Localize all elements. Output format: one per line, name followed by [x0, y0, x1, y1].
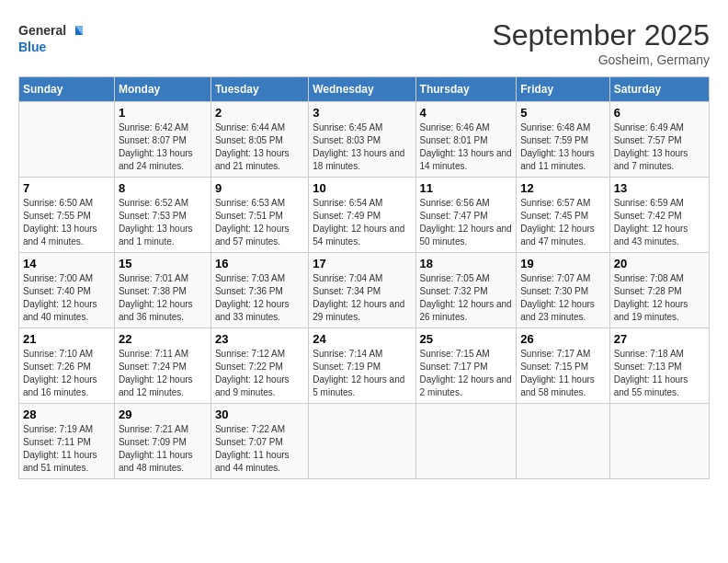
day-number: 9 [215, 181, 304, 195]
calendar-cell: 14Sunrise: 7:00 AMSunset: 7:40 PMDayligh… [19, 253, 115, 328]
day-number: 18 [420, 257, 513, 270]
day-info: Sunrise: 6:50 AMSunset: 7:55 PMDaylight:… [23, 197, 110, 248]
calendar-cell: 9Sunrise: 6:53 AMSunset: 7:51 PMDaylight… [210, 178, 308, 253]
calendar-cell: 18Sunrise: 7:05 AMSunset: 7:32 PMDayligh… [415, 253, 517, 328]
day-header-thursday: Thursday [415, 77, 517, 102]
day-number: 12 [520, 181, 606, 195]
day-info: Sunrise: 7:10 AMSunset: 7:26 PMDaylight:… [23, 348, 110, 399]
calendar-cell: 1Sunrise: 6:42 AMSunset: 8:07 PMDaylight… [114, 102, 210, 178]
calendar-cell [415, 404, 517, 479]
day-info: Sunrise: 7:18 AMSunset: 7:13 PMDaylight:… [614, 348, 705, 399]
day-info: Sunrise: 7:07 AMSunset: 7:30 PMDaylight:… [520, 272, 606, 324]
day-header-monday: Monday [114, 77, 210, 102]
calendar-cell: 2Sunrise: 6:44 AMSunset: 8:05 PMDaylight… [210, 102, 308, 178]
day-number: 24 [313, 332, 411, 346]
calendar-cell [19, 102, 115, 178]
calendar-cell: 8Sunrise: 6:52 AMSunset: 7:53 PMDaylight… [114, 178, 210, 253]
day-info: Sunrise: 6:48 AMSunset: 7:59 PMDaylight:… [520, 121, 606, 173]
day-info: Sunrise: 6:42 AMSunset: 8:07 PMDaylight:… [119, 121, 207, 173]
day-info: Sunrise: 7:00 AMSunset: 7:40 PMDaylight:… [23, 272, 110, 324]
title-section: September 2025 Gosheim, Germany [492, 18, 710, 67]
day-info: Sunrise: 7:21 AMSunset: 7:09 PMDaylight:… [119, 423, 207, 475]
calendar-cell [609, 404, 709, 479]
day-info: Sunrise: 7:22 AMSunset: 7:07 PMDaylight:… [215, 423, 304, 475]
calendar-cell: 25Sunrise: 7:15 AMSunset: 7:17 PMDayligh… [415, 328, 517, 404]
day-header-wednesday: Wednesday [309, 77, 415, 102]
calendar-cell: 5Sunrise: 6:48 AMSunset: 7:59 PMDaylight… [517, 102, 610, 178]
day-info: Sunrise: 7:12 AMSunset: 7:22 PMDaylight:… [215, 348, 304, 399]
day-number: 3 [313, 106, 411, 120]
day-number: 15 [119, 257, 207, 270]
svg-text:Blue: Blue [18, 40, 47, 54]
day-info: Sunrise: 7:08 AMSunset: 7:28 PMDaylight:… [614, 272, 705, 324]
calendar-cell: 10Sunrise: 6:54 AMSunset: 7:49 PMDayligh… [309, 178, 415, 253]
day-number: 30 [215, 408, 304, 421]
day-number: 10 [313, 181, 411, 195]
calendar-cell: 16Sunrise: 7:03 AMSunset: 7:36 PMDayligh… [210, 253, 308, 328]
day-number: 28 [23, 408, 110, 421]
week-row-2: 7Sunrise: 6:50 AMSunset: 7:55 PMDaylight… [19, 178, 710, 253]
calendar-cell: 4Sunrise: 6:46 AMSunset: 8:01 PMDaylight… [415, 102, 517, 178]
day-number: 7 [23, 181, 110, 195]
week-row-3: 14Sunrise: 7:00 AMSunset: 7:40 PMDayligh… [19, 253, 710, 328]
svg-text:General: General [18, 23, 66, 38]
calendar-cell: 30Sunrise: 7:22 AMSunset: 7:07 PMDayligh… [210, 404, 308, 479]
calendar-cell: 26Sunrise: 7:17 AMSunset: 7:15 PMDayligh… [517, 328, 610, 404]
calendar-cell: 21Sunrise: 7:10 AMSunset: 7:26 PMDayligh… [19, 328, 115, 404]
day-info: Sunrise: 7:05 AMSunset: 7:32 PMDaylight:… [420, 272, 513, 324]
day-info: Sunrise: 7:17 AMSunset: 7:15 PMDaylight:… [520, 348, 606, 399]
day-info: Sunrise: 6:49 AMSunset: 7:57 PMDaylight:… [614, 121, 705, 173]
day-number: 11 [420, 181, 513, 195]
day-header-saturday: Saturday [609, 77, 709, 102]
day-header-tuesday: Tuesday [210, 77, 308, 102]
calendar-cell: 13Sunrise: 6:59 AMSunset: 7:42 PMDayligh… [609, 178, 709, 253]
day-info: Sunrise: 7:15 AMSunset: 7:17 PMDaylight:… [420, 348, 513, 399]
day-number: 29 [119, 408, 207, 421]
day-number: 19 [520, 257, 606, 270]
calendar-cell: 22Sunrise: 7:11 AMSunset: 7:24 PMDayligh… [114, 328, 210, 404]
month-title: September 2025 [492, 18, 710, 52]
day-number: 1 [119, 106, 207, 120]
day-info: Sunrise: 7:04 AMSunset: 7:34 PMDaylight:… [313, 272, 411, 324]
day-number: 5 [520, 106, 606, 120]
calendar-cell: 11Sunrise: 6:56 AMSunset: 7:47 PMDayligh… [415, 178, 517, 253]
day-info: Sunrise: 6:45 AMSunset: 8:03 PMDaylight:… [313, 121, 411, 173]
day-info: Sunrise: 6:53 AMSunset: 7:51 PMDaylight:… [215, 197, 304, 248]
day-number: 23 [215, 332, 304, 346]
day-info: Sunrise: 6:59 AMSunset: 7:42 PMDaylight:… [614, 197, 705, 248]
week-row-5: 28Sunrise: 7:19 AMSunset: 7:11 PMDayligh… [19, 404, 710, 479]
calendar-cell: 12Sunrise: 6:57 AMSunset: 7:45 PMDayligh… [517, 178, 610, 253]
calendar-cell: 3Sunrise: 6:45 AMSunset: 8:03 PMDaylight… [309, 102, 415, 178]
day-number: 17 [313, 257, 411, 270]
header-row: SundayMondayTuesdayWednesdayThursdayFrid… [19, 77, 710, 102]
day-info: Sunrise: 6:52 AMSunset: 7:53 PMDaylight:… [119, 197, 207, 248]
day-number: 21 [23, 332, 110, 346]
calendar-cell: 19Sunrise: 7:07 AMSunset: 7:30 PMDayligh… [517, 253, 610, 328]
day-number: 22 [119, 332, 207, 346]
day-number: 4 [420, 106, 513, 120]
day-number: 25 [420, 332, 513, 346]
day-info: Sunrise: 7:19 AMSunset: 7:11 PMDaylight:… [23, 423, 110, 475]
calendar-cell: 27Sunrise: 7:18 AMSunset: 7:13 PMDayligh… [609, 328, 709, 404]
calendar-cell: 7Sunrise: 6:50 AMSunset: 7:55 PMDaylight… [19, 178, 115, 253]
day-header-sunday: Sunday [19, 77, 115, 102]
location: Gosheim, Germany [492, 52, 710, 67]
week-row-1: 1Sunrise: 6:42 AMSunset: 8:07 PMDaylight… [19, 102, 710, 178]
calendar-cell [309, 404, 415, 479]
day-info: Sunrise: 7:11 AMSunset: 7:24 PMDaylight:… [119, 348, 207, 399]
day-info: Sunrise: 6:54 AMSunset: 7:49 PMDaylight:… [313, 197, 411, 248]
day-number: 6 [614, 106, 705, 120]
day-number: 14 [23, 257, 110, 270]
calendar-cell: 6Sunrise: 6:49 AMSunset: 7:57 PMDaylight… [609, 102, 709, 178]
day-number: 16 [215, 257, 304, 270]
day-info: Sunrise: 6:57 AMSunset: 7:45 PMDaylight:… [520, 197, 606, 248]
day-number: 13 [614, 181, 705, 195]
calendar-cell: 24Sunrise: 7:14 AMSunset: 7:19 PMDayligh… [309, 328, 415, 404]
day-header-friday: Friday [517, 77, 610, 102]
page-header: General Blue September 2025 Gosheim, Ger… [18, 18, 710, 67]
calendar-cell: 28Sunrise: 7:19 AMSunset: 7:11 PMDayligh… [19, 404, 115, 479]
day-info: Sunrise: 6:46 AMSunset: 8:01 PMDaylight:… [420, 121, 513, 173]
calendar-cell: 17Sunrise: 7:04 AMSunset: 7:34 PMDayligh… [309, 253, 415, 328]
day-info: Sunrise: 6:56 AMSunset: 7:47 PMDaylight:… [420, 197, 513, 248]
calendar-cell: 29Sunrise: 7:21 AMSunset: 7:09 PMDayligh… [114, 404, 210, 479]
